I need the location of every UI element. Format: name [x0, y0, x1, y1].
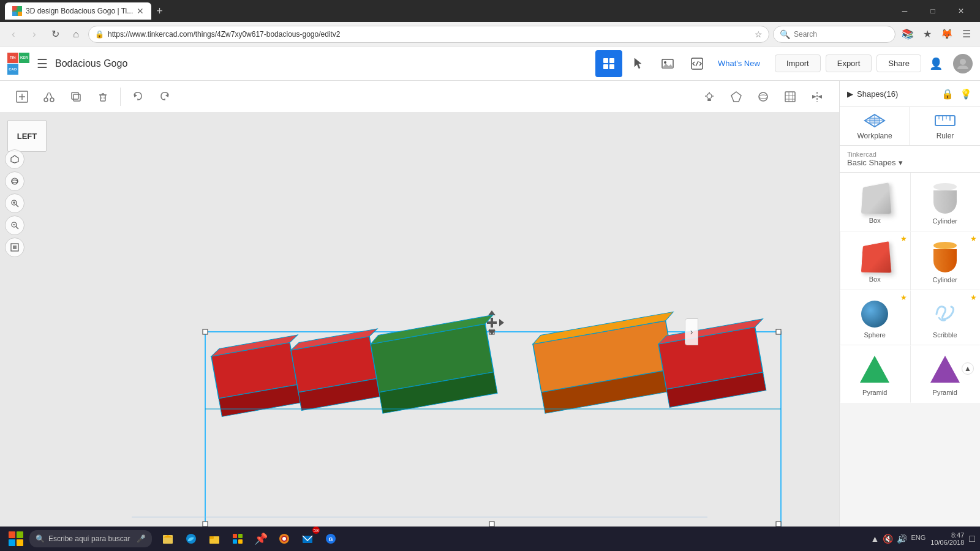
star-icon: ★ — [970, 293, 977, 302]
grid-view-button[interactable] — [595, 50, 622, 77]
whats-new-button[interactable]: What's New — [713, 56, 765, 70]
shape-item-cyl-gray[interactable]: Cylinder — [910, 173, 981, 231]
copy-button[interactable] — [64, 84, 88, 109]
win-logo-blue — [9, 539, 15, 546]
scroll-up-button[interactable]: ▲ — [962, 362, 974, 375]
back-button[interactable]: ‹ — [5, 26, 22, 43]
taskbar-app-store[interactable] — [227, 528, 249, 550]
close-button[interactable]: ✕ — [947, 0, 975, 22]
cylinder-gray-shape — [933, 183, 957, 214]
maximize-button[interactable]: □ — [919, 0, 947, 22]
shape-item-scribble[interactable]: ★ Scribble — [910, 290, 981, 345]
forward-button[interactable]: › — [26, 26, 43, 43]
svg-rect-5 — [609, 58, 614, 63]
right-panel: ▶ Shapes(16) 🔒 💡 — [839, 81, 980, 551]
mirror-button[interactable] — [805, 84, 829, 109]
project-name: Bodacious Gogo — [55, 58, 127, 69]
canvas-svg-wrapper — [0, 113, 839, 514]
visibility-icon[interactable]: 💡 — [959, 87, 973, 100]
tab-close-button[interactable]: ✕ — [137, 6, 144, 16]
snap-to-grid-button[interactable] — [778, 84, 802, 109]
svg-rect-23 — [72, 92, 78, 99]
taskbar-search[interactable]: 🔍 Escribe aquí para buscar 🎤 — [29, 530, 152, 547]
solid-view-button[interactable] — [751, 84, 775, 109]
scribble-shape — [932, 301, 959, 328]
tinkercad-logo: TIN KER CAD — [7, 53, 29, 75]
shape-item-pyramid-green[interactable]: Pyramid — [840, 345, 910, 403]
panel-chevron[interactable]: › — [685, 318, 698, 345]
favorites-icon[interactable]: ★ — [919, 26, 936, 43]
search-input[interactable] — [794, 30, 880, 39]
taskbar-app-pin[interactable]: 📌 — [250, 528, 272, 550]
taskbar-app-explorer[interactable] — [203, 528, 225, 550]
workplane-button[interactable]: Workplane — [840, 107, 910, 145]
firefox-icon[interactable]: 🦊 — [938, 26, 956, 43]
shape-item-sphere[interactable]: ★ Sphere — [840, 290, 910, 345]
shapes-library[interactable]: Box Cylinder ★ — [840, 173, 980, 403]
new-shape-button[interactable] — [10, 84, 34, 109]
hamburger-menu-button[interactable]: ☰ — [37, 56, 48, 71]
edit-toolbar — [0, 81, 839, 113]
new-tab-button[interactable]: + — [156, 5, 163, 18]
shapes-header: ▶ Shapes(16) 🔒 💡 — [840, 81, 980, 107]
expand-arrow-icon[interactable]: ▶ — [847, 89, 853, 99]
star-icon: ★ — [900, 293, 907, 302]
box-red-shape — [861, 241, 891, 272]
pick-move-button[interactable] — [625, 50, 652, 77]
grid-icon — [602, 57, 616, 70]
taskbar-app-firefox[interactable] — [273, 528, 295, 550]
sel-handle-tr[interactable] — [776, 329, 781, 334]
library-dropdown[interactable]: Basic Shapes ▾ — [847, 158, 903, 167]
user-avatar[interactable] — [953, 54, 973, 73]
home-button[interactable]: ⌂ — [67, 26, 85, 43]
window-controls: ─ □ ✕ — [891, 0, 975, 22]
search-bar[interactable]: 🔍 — [773, 26, 895, 43]
taskbar-app-edge[interactable] — [180, 528, 202, 550]
shape-item-box-gray[interactable]: Box — [840, 173, 910, 231]
gallery-button[interactable] — [654, 50, 681, 77]
start-button[interactable] — [5, 528, 27, 550]
bookmark-star-icon[interactable]: ☆ — [755, 29, 763, 39]
svg-rect-6 — [603, 64, 608, 69]
notification-icon[interactable]: □ — [969, 533, 975, 544]
address-bar[interactable]: 🔒 https://www.tinkercad.com/things/4Zw7x… — [88, 26, 769, 43]
redo-button[interactable] — [153, 84, 177, 109]
code-editor-button[interactable] — [684, 50, 710, 77]
menu-icon[interactable]: ☰ — [958, 26, 975, 43]
svg-marker-8 — [635, 58, 641, 69]
viewport-area[interactable]: LEFT — [0, 113, 839, 551]
svg-point-31 — [707, 94, 712, 99]
shapes-grid: Box Cylinder ★ — [840, 173, 980, 403]
outline-view-button[interactable] — [724, 84, 748, 109]
lock-icon[interactable]: 🔒 — [941, 87, 954, 100]
browser-tab[interactable]: 3D design Bodacious Gogo | Ti... ✕ — [5, 2, 151, 20]
taskbar-app-browser2[interactable]: G — [320, 528, 342, 550]
workplane-ruler-row: Workplane Ruler — [840, 107, 980, 146]
shape-box-green[interactable] — [369, 315, 507, 414]
refresh-button[interactable]: ↻ — [47, 26, 64, 43]
ruler-button[interactable]: Ruler — [910, 107, 980, 145]
delete-button[interactable] — [91, 84, 115, 109]
main-content: LEFT — [0, 81, 980, 551]
taskbar-app-files[interactable] — [157, 528, 179, 550]
undo-button[interactable] — [126, 84, 150, 109]
user-profile-icon[interactable]: 👤 — [926, 54, 946, 73]
keyboard-icon: ENG — [911, 534, 925, 544]
taskbar-app-mail[interactable]: 58 — [296, 528, 318, 550]
share-button[interactable]: Share — [876, 54, 921, 72]
reading-list-icon[interactable]: 📚 — [899, 26, 916, 43]
shape-item-box-red[interactable]: ★ Box — [840, 231, 910, 290]
cut-button[interactable] — [37, 84, 61, 109]
svg-rect-24 — [100, 95, 105, 101]
light-toggle-button[interactable] — [697, 84, 722, 109]
logo-cell-tr: KER — [19, 53, 30, 64]
svg-point-38 — [759, 95, 767, 99]
svg-point-10 — [664, 61, 666, 64]
shape-item-cyl-orange[interactable]: ★ Cylinder — [910, 231, 981, 290]
browser-title-bar: 3D design Bodacious Gogo | Ti... ✕ + ─ □… — [0, 0, 980, 22]
import-button[interactable]: Import — [775, 54, 821, 72]
cylinder-orange-shape — [933, 242, 957, 272]
export-button[interactable]: Export — [826, 54, 872, 72]
minimize-button[interactable]: ─ — [891, 0, 919, 22]
sel-handle-tl[interactable] — [203, 329, 208, 334]
